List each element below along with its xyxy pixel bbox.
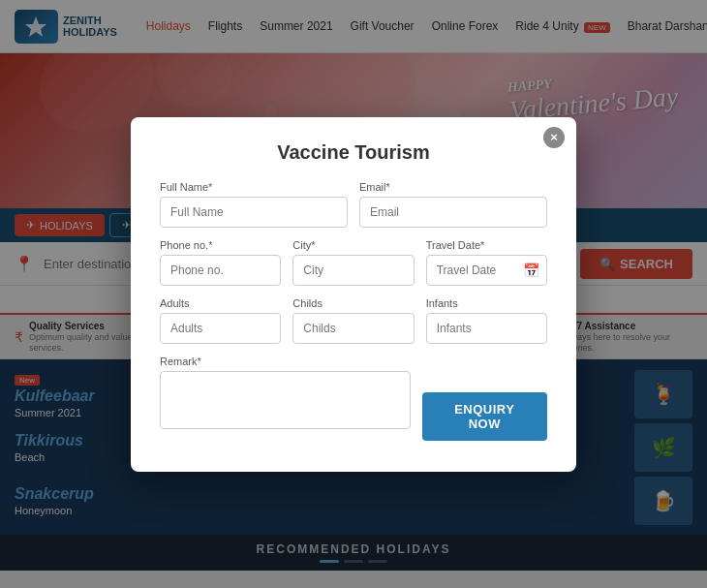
fullname-label: Full Name* (160, 181, 348, 193)
form-row-remark: Remark* ENQUIRY NOW (160, 356, 547, 441)
email-input[interactable] (359, 197, 547, 228)
travel-date-label: Travel Date* (426, 239, 547, 251)
form-group-phone: Phone no.* (160, 239, 281, 286)
phone-input[interactable] (160, 255, 281, 286)
form-row-2: Phone no.* City* Travel Date* 📅 (160, 239, 547, 286)
form-group-childs: Childs (292, 297, 414, 344)
email-label: Email* (359, 181, 547, 193)
city-input[interactable] (292, 255, 414, 286)
form-group-city: City* (292, 239, 414, 286)
phone-label: Phone no.* (160, 239, 281, 251)
form-row-3: Adults Childs Infants (160, 297, 547, 344)
form-group-fullname: Full Name* (160, 181, 348, 228)
form-group-adults: Adults (160, 297, 281, 344)
vaccine-tourism-modal: × Vaccine Tourism Full Name* Email* Phon… (131, 117, 576, 472)
remark-textarea[interactable] (160, 371, 411, 429)
travel-date-wrapper: 📅 (426, 255, 547, 286)
form-row-1: Full Name* Email* (160, 181, 547, 228)
form-group-travel-date: Travel Date* 📅 (426, 239, 547, 286)
modal-title: Vaccine Tourism (160, 141, 547, 164)
form-group-remark: Remark* (160, 356, 411, 429)
calendar-icon: 📅 (523, 263, 539, 278)
fullname-input[interactable] (160, 197, 348, 228)
adults-input[interactable] (160, 313, 281, 344)
childs-label: Childs (292, 297, 414, 309)
infants-label: Infants (426, 297, 547, 309)
city-label: City* (292, 239, 414, 251)
adults-label: Adults (160, 297, 281, 309)
modal-close-button[interactable]: × (543, 127, 565, 148)
remark-label: Remark* (160, 356, 411, 367)
form-group-infants: Infants (426, 297, 547, 344)
childs-input[interactable] (292, 313, 414, 344)
infants-input[interactable] (426, 313, 547, 344)
enquiry-container: ENQUIRY NOW (422, 392, 547, 441)
form-group-email: Email* (359, 181, 547, 228)
enquiry-button[interactable]: ENQUIRY NOW (422, 392, 547, 441)
